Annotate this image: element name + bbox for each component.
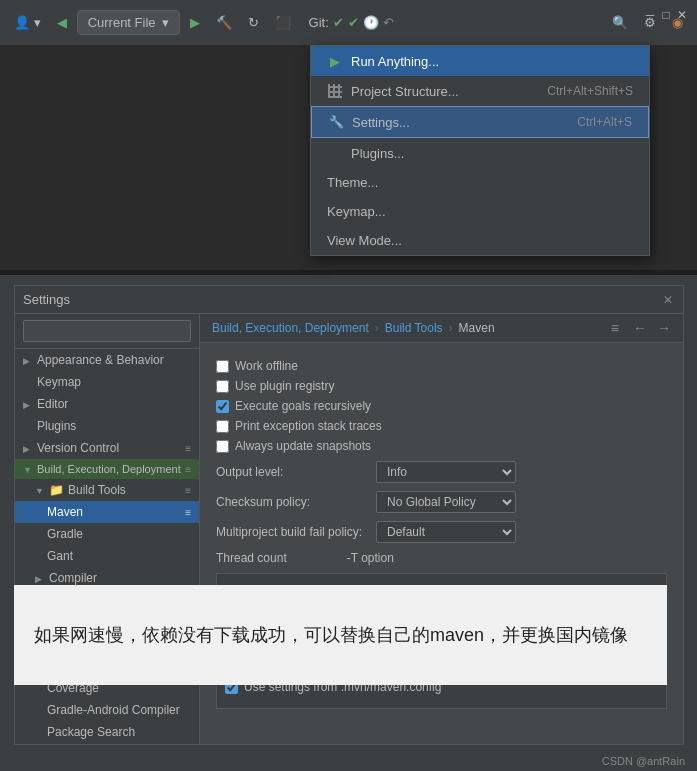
expand-vc-icon — [23, 443, 33, 454]
expand-compiler-icon — [35, 573, 45, 584]
breadcrumb-forward-icon[interactable]: → — [657, 320, 671, 336]
sidebar-item-package-search[interactable]: Package Search — [15, 721, 199, 743]
keymap-menu-item[interactable]: Keymap... — [311, 197, 649, 226]
thread-count-label: Thread count — [216, 551, 287, 565]
close-button[interactable]: ✕ — [675, 8, 689, 22]
sidebar-item-maven[interactable]: Maven ≡ — [15, 501, 199, 523]
checksum-policy-select[interactable]: No Global Policy Fail Warn Ignore — [376, 491, 516, 513]
stop-button[interactable]: ⬛ — [269, 11, 297, 34]
work-offline-checkbox[interactable] — [216, 360, 229, 373]
sidebar-item-gant[interactable]: Gant — [15, 545, 199, 567]
checksum-policy-row: Checksum policy: No Global Policy Fail W… — [216, 491, 667, 513]
breadcrumb-sep1: › — [375, 321, 379, 335]
sidebar-item-editor[interactable]: Editor — [15, 393, 199, 415]
execute-goals-checkbox[interactable] — [216, 400, 229, 413]
sidebar-editor-label: Editor — [37, 397, 68, 411]
multiproject-policy-row: Multiproject build fail policy: Default — [216, 521, 667, 543]
sidebar-item-appearance[interactable]: Appearance & Behavior — [15, 349, 199, 371]
expand-buildtools-icon — [35, 485, 45, 496]
multiproject-policy-select[interactable]: Default — [376, 521, 516, 543]
csdn-badge: CSDN @antRain — [602, 755, 685, 767]
execute-goals-row: Execute goals recursively — [216, 399, 667, 413]
always-update-row: Always update snapshots — [216, 439, 667, 453]
expand-appearance-icon — [23, 355, 33, 366]
sidebar-item-build-tools[interactable]: 📁 Build Tools ≡ — [15, 479, 199, 501]
multiproject-policy-label: Multiproject build fail policy: — [216, 525, 376, 539]
output-level-row: Output level: Info Debug Error — [216, 461, 667, 483]
sidebar-item-required-plugins[interactable]: Required Plugins — [15, 743, 199, 744]
sync-button[interactable]: ↻ — [242, 11, 265, 34]
breadcrumb-build[interactable]: Build, Execution, Deployment — [212, 321, 369, 335]
breadcrumb-expand-icon[interactable]: ≡ — [611, 320, 619, 336]
always-update-label: Always update snapshots — [235, 439, 371, 453]
breadcrumb-buildtools[interactable]: Build Tools — [385, 321, 443, 335]
run-anything-label: Run Anything... — [351, 54, 439, 69]
output-level-label: Output level: — [216, 465, 376, 479]
expand-build-icon — [23, 464, 33, 475]
breadcrumb-bar: Build, Execution, Deployment › Build Too… — [200, 314, 683, 343]
settings-search-input[interactable] — [23, 320, 191, 342]
run-anything-menu-item[interactable]: ▶ Run Anything... — [311, 46, 649, 76]
settings-menu-item[interactable]: Settings... Ctrl+Alt+S — [311, 106, 649, 138]
settings-label: Settings... — [352, 115, 410, 130]
work-offline-label: Work offline — [235, 359, 298, 373]
settings-close-button[interactable]: ✕ — [661, 293, 675, 307]
git-section: Git: ✔ ✔ 🕐 ↶ — [309, 15, 394, 30]
build-button[interactable]: 🔨 — [210, 11, 238, 34]
use-plugin-registry-checkbox[interactable] — [216, 380, 229, 393]
project-structure-menu-item[interactable]: Project Structure... Ctrl+Alt+Shift+S — [311, 76, 649, 106]
git-check-icon: ✔ — [333, 15, 344, 30]
buildtools-folder-icon: 📁 — [49, 483, 64, 497]
sidebar-item-version-control[interactable]: Version Control ≡ — [15, 437, 199, 459]
settings-title: Settings — [23, 292, 70, 307]
print-exception-checkbox[interactable] — [216, 420, 229, 433]
theme-menu-item[interactable]: Theme... — [311, 168, 649, 197]
breadcrumb-maven: Maven — [459, 321, 495, 335]
view-mode-label: View Mode... — [327, 233, 402, 248]
use-plugin-registry-label: Use plugin registry — [235, 379, 334, 393]
expand-editor-icon — [23, 399, 33, 410]
breadcrumb-back-icon[interactable]: ← — [633, 320, 647, 336]
sidebar-item-gradle[interactable]: Gradle — [15, 523, 199, 545]
annotation-box: 如果网速慢，依赖没有下载成功，可以替换自己的maven，并更换国内镜像 — [14, 585, 667, 685]
plugins-label: Plugins... — [351, 146, 404, 161]
view-mode-menu-item[interactable]: View Mode... — [311, 226, 649, 255]
checksum-policy-label: Checksum policy: — [216, 495, 376, 509]
print-exception-row: Print exception stack traces — [216, 419, 667, 433]
sidebar-plugins-label: Plugins — [37, 419, 76, 433]
settings-icon — [328, 114, 344, 130]
always-update-checkbox[interactable] — [216, 440, 229, 453]
search-everywhere-button[interactable]: 🔍 — [606, 11, 634, 34]
plugins-icon — [327, 145, 343, 161]
output-level-select[interactable]: Info Debug Error — [376, 461, 516, 483]
project-structure-shortcut: Ctrl+Alt+Shift+S — [547, 84, 633, 98]
print-exception-label: Print exception stack traces — [235, 419, 382, 433]
sidebar-item-gradle-android[interactable]: Gradle-Android Compiler — [15, 699, 199, 721]
project-structure-label: Project Structure... — [351, 84, 459, 99]
keymap-label: Keymap... — [327, 204, 386, 219]
minimize-button[interactable]: ─ — [643, 8, 657, 22]
run-anything-icon: ▶ — [327, 53, 343, 69]
buildtools-badge: ≡ — [185, 485, 191, 496]
run-button[interactable]: ▶ — [184, 11, 206, 34]
sidebar-gradle-label: Gradle — [47, 527, 83, 541]
git-check2-icon: ✔ — [348, 15, 359, 30]
back-button[interactable]: ◀ — [51, 11, 73, 34]
bottom-section: Settings ✕ Appearance & Behavior Keymap — [0, 275, 697, 771]
expand-plugins-icon — [23, 421, 33, 432]
user-menu-button[interactable]: 👤 ▾ — [8, 11, 47, 34]
current-file-label: Current File — [88, 15, 156, 30]
sidebar-item-plugins[interactable]: Plugins — [15, 415, 199, 437]
thread-count-row: Thread count -T option — [216, 551, 667, 565]
build-badge: ≡ — [185, 464, 191, 475]
sidebar-packagesearch-label: Package Search — [47, 725, 135, 739]
current-file-button[interactable]: Current File — [77, 10, 180, 35]
sidebar-item-build-execution[interactable]: Build, Execution, Deployment ≡ — [15, 459, 199, 479]
sidebar-item-keymap[interactable]: Keymap — [15, 371, 199, 393]
plugins-menu-item[interactable]: Plugins... — [311, 138, 649, 168]
sidebar-compiler-label: Compiler — [49, 571, 97, 585]
maximize-button[interactable]: □ — [659, 8, 673, 22]
window-controls: ─ □ ✕ — [643, 8, 689, 22]
sidebar-buildtools-label: Build Tools — [68, 483, 126, 497]
git-label: Git: — [309, 15, 329, 30]
